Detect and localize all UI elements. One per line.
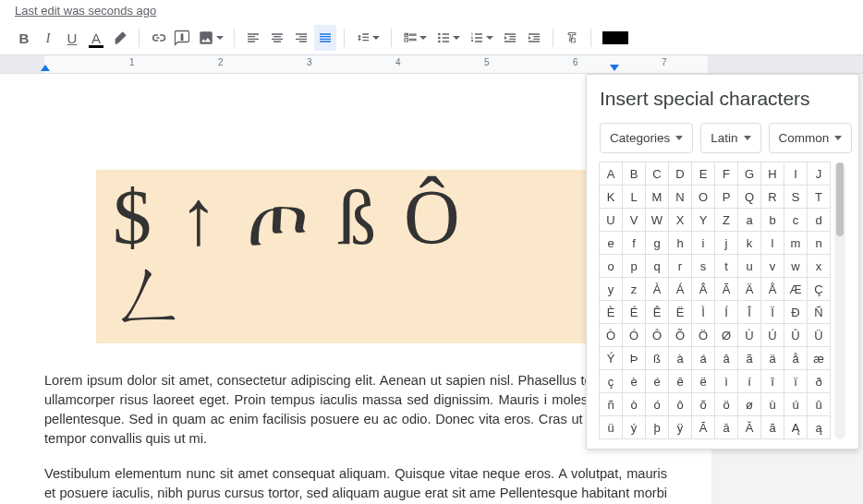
char-cell[interactable]: ô [668,392,692,416]
char-cell[interactable]: v [760,254,784,278]
char-cell[interactable]: c [784,208,808,232]
char-cell[interactable]: Ñ [807,300,831,324]
char-cell[interactable]: ß [645,346,669,370]
char-cell[interactable]: e [599,231,623,255]
char-cell[interactable]: Q [737,185,761,209]
char-cell[interactable]: í [737,369,761,393]
line-spacing-button[interactable] [352,25,383,51]
char-cell[interactable]: s [691,254,715,278]
char-cell[interactable]: å [784,346,808,370]
char-cell[interactable]: Ā [691,415,715,439]
char-cell[interactable]: E [691,162,715,186]
highlight-button[interactable] [109,25,131,51]
char-cell[interactable]: ê [668,369,692,393]
indent-button[interactable] [523,25,545,51]
first-line-indent[interactable] [41,65,50,71]
char-cell[interactable]: Þ [622,346,646,370]
char-cell[interactable]: Ó [622,323,646,347]
char-cell[interactable]: b [760,208,784,232]
char-cell[interactable]: Â [691,277,715,301]
char-cell[interactable]: Ï [760,300,784,324]
char-cell[interactable]: n [807,231,831,255]
char-cell[interactable]: û [807,392,831,416]
char-cell[interactable]: Á [668,277,692,301]
char-cell[interactable]: á [691,346,715,370]
script-dropdown[interactable]: Latin [700,123,760,153]
char-cell[interactable]: î [760,369,784,393]
redacted-button[interactable] [599,25,632,51]
right-indent[interactable] [610,65,619,71]
scrollbar[interactable] [834,162,845,439]
checklist-button[interactable] [399,25,431,51]
char-cell[interactable]: Ý [599,346,623,370]
clear-formatting-button[interactable] [561,25,583,51]
char-cell[interactable]: ç [599,369,623,393]
bold-button[interactable]: B [13,25,35,51]
char-cell[interactable]: V [622,208,646,232]
char-cell[interactable]: C [645,162,669,186]
char-cell[interactable]: u [737,254,761,278]
char-cell[interactable]: ù [760,392,784,416]
char-cell[interactable]: õ [691,392,715,416]
categories-dropdown[interactable]: Categories [600,123,693,153]
char-cell[interactable]: U [599,208,623,232]
char-cell[interactable]: þ [645,415,669,439]
char-cell[interactable]: r [668,254,692,278]
char-cell[interactable]: O [691,185,715,209]
char-cell[interactable]: R [760,185,784,209]
char-cell[interactable]: ø [737,392,761,416]
char-cell[interactable]: w [784,254,808,278]
char-cell[interactable]: Ü [807,323,831,347]
char-cell[interactable]: Í [714,300,738,324]
align-justify-button[interactable] [314,25,336,51]
char-cell[interactable]: Ô [645,323,669,347]
char-cell[interactable]: M [645,185,669,209]
insert-image-button[interactable] [195,25,226,51]
char-cell[interactable]: À [645,277,669,301]
char-cell[interactable]: ü [599,415,623,439]
char-cell[interactable]: x [807,254,831,278]
char-cell[interactable]: F [714,162,738,186]
char-cell[interactable]: z [622,277,646,301]
char-cell[interactable]: â [714,346,738,370]
char-cell[interactable]: ö [714,392,738,416]
char-cell[interactable]: h [668,231,692,255]
char-cell[interactable]: Z [714,208,738,232]
char-cell[interactable]: T [807,185,831,209]
char-cell[interactable]: È [599,300,623,324]
char-cell[interactable]: i [691,231,715,255]
insert-comment-button[interactable] [171,25,193,51]
char-cell[interactable]: p [622,254,646,278]
char-cell[interactable]: Ą [784,415,808,439]
char-cell[interactable]: J [807,162,831,186]
char-cell[interactable]: é [645,369,669,393]
underline-button[interactable]: U [61,25,83,51]
char-cell[interactable]: Ø [714,323,738,347]
char-cell[interactable]: É [622,300,646,324]
char-cell[interactable]: à [668,346,692,370]
italic-button[interactable]: I [37,25,59,51]
char-cell[interactable]: Y [691,208,715,232]
char-cell[interactable]: Ç [807,277,831,301]
char-cell[interactable]: Ò [599,323,623,347]
char-cell[interactable]: ý [622,415,646,439]
char-cell[interactable]: L [622,185,646,209]
char-cell[interactable]: Ä [737,277,761,301]
text-color-button[interactable]: A [85,25,107,51]
bulleted-list-button[interactable] [432,25,464,51]
char-cell[interactable]: m [784,231,808,255]
char-cell[interactable]: ã [737,346,761,370]
char-cell[interactable]: ą [807,415,831,439]
char-cell[interactable]: è [622,369,646,393]
char-cell[interactable]: Ì [691,300,715,324]
char-cell[interactable]: B [622,162,646,186]
char-cell[interactable]: æ [807,346,831,370]
char-cell[interactable]: a [737,208,761,232]
ruler[interactable]: 1 2 3 4 5 6 7 [0,55,863,74]
char-cell[interactable]: P [714,185,738,209]
char-cell[interactable]: G [737,162,761,186]
char-cell[interactable]: Ù [737,323,761,347]
char-cell[interactable]: l [760,231,784,255]
char-cell[interactable]: ò [622,392,646,416]
char-cell[interactable]: y [599,277,623,301]
